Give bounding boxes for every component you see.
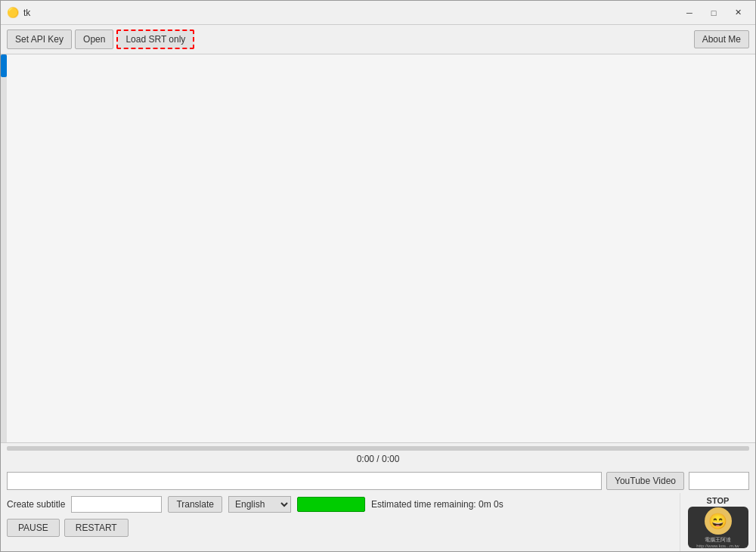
toolbar: Set API Key Open Load SRT only About Me: [1, 25, 755, 54]
watermark-url: http://www.kos...m.tw: [695, 544, 740, 548]
toolbar-left: Set API Key Open Load SRT only: [7, 29, 194, 49]
watermark-face-icon: 😄: [705, 507, 732, 535]
minimize-button[interactable]: ─: [678, 5, 701, 20]
watermark-area: STOP 😄 電腦王阿達 http://www.kos...m.tw: [680, 493, 755, 551]
watermark-box: 😄 電腦王阿達 http://www.kos...m.tw: [688, 507, 748, 548]
progress-area: 0:00 / 0:00: [1, 443, 755, 469]
title-bar-controls: ─ □ ✕: [678, 5, 749, 20]
watermark-text: 電腦王阿達: [705, 536, 731, 544]
action-row: PAUSE RESTART: [1, 516, 680, 540]
title-bar-left: 🟡 tk: [7, 7, 30, 19]
stop-label: STOP: [707, 496, 730, 505]
bottom-controls: Create subtitle Translate English Chines…: [1, 493, 680, 516]
close-button[interactable]: ✕: [727, 5, 749, 20]
controls-row: YouTube Video: [1, 469, 755, 493]
restart-button[interactable]: RESTART: [64, 519, 129, 537]
estimated-time: Estimated time remaining: 0m 0s: [371, 499, 503, 510]
language-select[interactable]: English Chinese Japanese: [228, 496, 291, 513]
translate-button[interactable]: Translate: [168, 496, 222, 513]
translation-progress: [297, 497, 365, 512]
url-input[interactable]: [7, 472, 602, 490]
bottom-section: Create subtitle Translate English Chines…: [1, 493, 755, 551]
pause-button[interactable]: PAUSE: [7, 519, 60, 537]
window-title: tk: [23, 8, 30, 18]
subtitle-input[interactable]: [71, 496, 162, 513]
title-bar: 🟡 tk ─ □ ✕: [1, 1, 755, 25]
progress-bar-container[interactable]: [7, 446, 749, 451]
youtube-video-button[interactable]: YouTube Video: [606, 472, 684, 490]
scrollbar-thumb[interactable]: [1, 54, 7, 77]
bottom-main: Create subtitle Translate English Chines…: [1, 493, 680, 551]
main-window: 🟡 tk ─ □ ✕ Set API Key Open Load SRT onl…: [0, 0, 756, 552]
main-content-area: [1, 54, 755, 443]
about-me-button[interactable]: About Me: [694, 30, 749, 48]
maximize-button[interactable]: □: [702, 5, 725, 20]
youtube-url-field[interactable]: [689, 472, 749, 490]
set-api-key-button[interactable]: Set API Key: [7, 29, 72, 49]
load-srt-button[interactable]: Load SRT only: [116, 29, 194, 49]
create-subtitle-label: Create subtitle: [7, 499, 65, 510]
time-display: 0:00 / 0:00: [7, 452, 749, 466]
app-icon: 🟡: [7, 7, 19, 19]
open-button[interactable]: Open: [75, 29, 113, 49]
